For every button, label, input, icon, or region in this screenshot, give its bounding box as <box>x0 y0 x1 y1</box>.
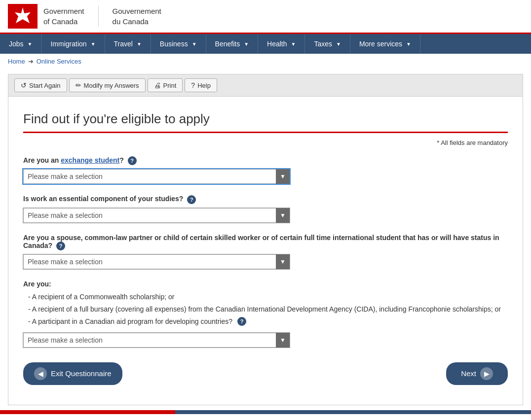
canada-flag-icon <box>8 4 38 29</box>
start-again-button[interactable]: ↺ Start Again <box>14 78 67 92</box>
nav-benefits[interactable]: Benefits ▼ <box>206 34 259 54</box>
q1-help-icon[interactable]: ? <box>128 156 137 165</box>
q2-select[interactable]: Please make a selection Yes No <box>23 208 290 223</box>
next-arrow-icon: ▶ <box>480 367 493 380</box>
breadcrumb-separator: ➜ <box>28 58 34 65</box>
breadcrumb-home[interactable]: Home <box>8 58 25 65</box>
gov-name-french: Gouvernement du Canada <box>113 6 161 27</box>
q2-help-icon[interactable]: ? <box>187 195 196 204</box>
q3-help-icon[interactable]: ? <box>56 242 65 250</box>
button-row: ◀ Exit Questionnaire Next ▶ <box>23 362 508 385</box>
nav-immigration[interactable]: Immigration ▼ <box>41 34 105 54</box>
site-header: Government of Canada Gouvernement du Can… <box>0 0 531 34</box>
q3-select-wrapper: Please make a selection Yes No ▼ <box>23 254 290 269</box>
q3-select[interactable]: Please make a selection Yes No <box>23 254 290 269</box>
exit-arrow-icon: ◀ <box>34 367 47 380</box>
question-4-label: Are you: <box>23 280 508 288</box>
question-2-group: Is work an essential component of your s… <box>23 195 508 222</box>
exchange-student-link[interactable]: exchange student <box>61 156 119 164</box>
nav-health[interactable]: Health ▼ <box>258 34 305 54</box>
help-icon: ? <box>191 81 195 89</box>
print-icon: 🖨 <box>154 81 161 89</box>
chevron-down-icon: ▼ <box>28 41 33 47</box>
q1-select[interactable]: Please make a selection Yes No <box>23 169 290 184</box>
breadcrumb: Home ➜ Online Services <box>0 54 531 69</box>
footer-bar <box>0 410 531 414</box>
breadcrumb-online-services[interactable]: Online Services <box>37 58 81 65</box>
chevron-down-icon: ▼ <box>137 41 142 47</box>
question-1-group: Are you an exchange student? ? Please ma… <box>23 156 508 184</box>
chevron-down-icon: ▼ <box>336 41 341 47</box>
nav-business[interactable]: Business ▼ <box>151 34 206 54</box>
mandatory-note: * All fields are mandatory <box>23 139 508 146</box>
q4-select-wrapper: Please make a selection Yes No ▼ <box>23 333 290 348</box>
modify-answers-button[interactable]: ✏ Modify my Answers <box>69 78 146 92</box>
edit-icon: ✏ <box>76 81 81 89</box>
nav-taxes[interactable]: Taxes ▼ <box>305 34 350 54</box>
help-button[interactable]: ? Help <box>185 78 217 92</box>
print-button[interactable]: 🖨 Print <box>148 78 183 92</box>
next-button[interactable]: Next ▶ <box>446 362 508 385</box>
gov-name-english: Government of Canada <box>43 6 84 27</box>
chevron-down-icon: ▼ <box>244 41 249 47</box>
q1-select-wrapper: Please make a selection Yes No ▼ <box>23 169 290 184</box>
chevron-down-icon: ▼ <box>291 41 296 47</box>
chevron-down-icon: ▼ <box>91 41 96 47</box>
q4-bullet-1: - A recipient of a Commonwealth scholars… <box>28 292 508 302</box>
government-name: Government of Canada Gouvernement du Can… <box>43 6 161 27</box>
chevron-down-icon: ▼ <box>406 41 411 47</box>
q4-bullet-3-row: - A participant in a Canadian aid progra… <box>28 316 508 327</box>
svg-marker-0 <box>15 7 31 23</box>
main-nav: Jobs ▼ Immigration ▼ Travel ▼ Business ▼… <box>0 34 531 54</box>
question-4-group: Are you: - A recipient of a Commonwealth… <box>23 280 508 348</box>
question-3-label: Are you a spouse, common-law partner or … <box>23 234 508 250</box>
q2-select-wrapper: Please make a selection Yes No ▼ <box>23 208 290 223</box>
question-3-group: Are you a spouse, common-law partner or … <box>23 234 508 269</box>
main-content: Find out if you're eligible to apply * A… <box>8 97 523 405</box>
q4-select[interactable]: Please make a selection Yes No <box>23 333 290 348</box>
nav-jobs[interactable]: Jobs ▼ <box>0 34 41 54</box>
nav-travel[interactable]: Travel ▼ <box>105 34 151 54</box>
exit-questionnaire-button[interactable]: ◀ Exit Questionnaire <box>23 362 122 385</box>
toolbar: ↺ Start Again ✏ Modify my Answers 🖨 Prin… <box>8 74 523 97</box>
logo-area: Government of Canada Gouvernement du Can… <box>8 4 161 29</box>
nav-more-services[interactable]: More services ▼ <box>350 34 420 54</box>
q4-bullet-2: - A recipient of a full bursary (coverin… <box>28 304 508 315</box>
q4-help-icon[interactable]: ? <box>237 317 246 326</box>
chevron-down-icon: ▼ <box>192 41 197 47</box>
page-title: Find out if you're eligible to apply <box>23 111 508 133</box>
question-2-label: Is work an essential component of your s… <box>23 195 508 204</box>
refresh-icon: ↺ <box>21 81 27 89</box>
question-1-label: Are you an exchange student? ? <box>23 156 508 165</box>
